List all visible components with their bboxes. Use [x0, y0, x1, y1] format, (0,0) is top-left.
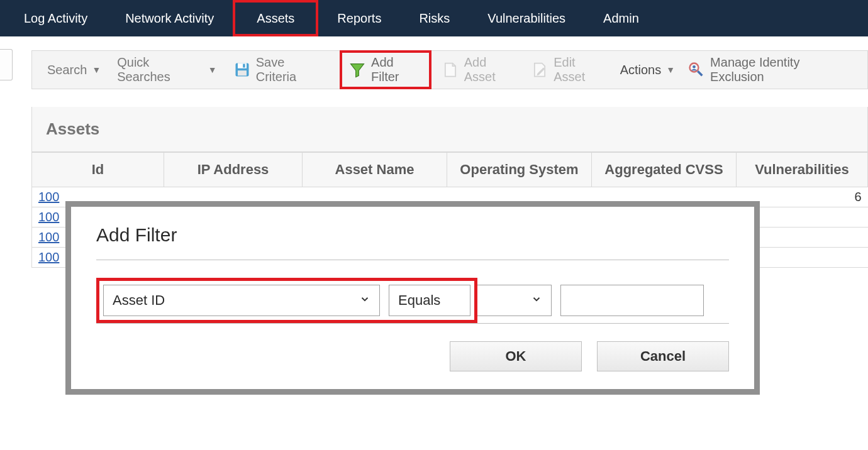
svg-line-6 — [698, 71, 702, 75]
asset-id-link[interactable]: 100 — [38, 250, 59, 264]
cancel-button[interactable]: Cancel — [597, 341, 729, 371]
filter-field-select[interactable]: Asset ID — [103, 285, 380, 316]
divider — [96, 260, 729, 260]
nav-assets[interactable]: Assets — [235, 0, 316, 36]
panel-title: Assets — [31, 107, 868, 152]
chevron-down-icon — [359, 294, 370, 308]
filter-operator-select-chevron[interactable] — [477, 285, 552, 316]
toolbar: Search ▼ Quick Searches ▼ Save Criteria … — [31, 50, 868, 89]
toolbar-quick-searches[interactable]: Quick Searches ▼ — [111, 51, 223, 89]
toolbar-quick-searches-label: Quick Searches — [117, 55, 203, 84]
col-header-asset-name[interactable]: Asset Name — [303, 153, 447, 187]
filter-operator-select-value: Equals — [398, 292, 440, 309]
col-header-ip[interactable]: IP Address — [164, 153, 303, 187]
toolbar-search-label: Search — [47, 63, 87, 77]
filter-value-input[interactable] — [560, 285, 704, 316]
left-side-tab-stub[interactable] — [0, 49, 13, 80]
dropdown-triangle-icon: ▼ — [208, 65, 217, 75]
dropdown-triangle-icon: ▼ — [92, 65, 101, 75]
svg-marker-4 — [351, 64, 364, 77]
svg-rect-1 — [238, 63, 247, 69]
dialog-button-row: OK Cancel — [96, 341, 729, 371]
filter-operator-select-left-part[interactable]: Equals — [389, 285, 470, 316]
toolbar-actions-label: Actions — [620, 63, 662, 77]
toolbar-manage-identity-exclusion[interactable]: Manage Identity Exclusion — [681, 51, 859, 89]
col-header-vulnerabilities[interactable]: Vulnerabilities — [737, 153, 868, 187]
nav-log-activity[interactable]: Log Activity — [5, 0, 106, 36]
col-header-cvss[interactable]: Aggregated CVSS — [592, 153, 737, 187]
highlight-box-nav-assets: Assets — [233, 0, 318, 36]
save-icon — [233, 61, 251, 79]
divider — [96, 323, 729, 324]
toolbar-save-criteria[interactable]: Save Criteria — [227, 51, 332, 89]
dropdown-triangle-icon: ▼ — [666, 65, 675, 75]
nav-reports[interactable]: Reports — [318, 0, 400, 36]
col-header-os[interactable]: Operating System — [447, 153, 592, 187]
document-edit-icon — [531, 61, 548, 79]
highlight-box-add-filter: Add Filter — [340, 50, 431, 89]
nav-network-activity[interactable]: Network Activity — [106, 0, 233, 36]
funnel-icon — [348, 61, 366, 79]
filter-row: Asset ID Equals — [96, 278, 729, 323]
add-filter-dialog: Add Filter Asset ID Equals OK Cancel — [65, 201, 760, 395]
toolbar-save-criteria-label: Save Criteria — [256, 55, 326, 84]
ok-button[interactable]: OK — [450, 341, 582, 371]
toolbar-add-filter[interactable]: Add Filter — [342, 51, 429, 89]
chevron-down-icon — [531, 294, 542, 308]
nav-admin[interactable]: Admin — [584, 0, 658, 36]
svg-rect-3 — [238, 70, 247, 75]
toolbar-actions[interactable]: Actions ▼ — [614, 51, 681, 89]
nav-risks[interactable]: Risks — [400, 0, 469, 36]
document-add-icon — [442, 61, 459, 79]
svg-rect-2 — [243, 64, 245, 68]
top-nav: Log Activity Network Activity Assets Rep… — [0, 0, 868, 36]
asset-id-link[interactable]: 100 — [38, 210, 59, 224]
toolbar-add-filter-label: Add Filter — [371, 55, 423, 84]
dialog-title: Add Filter — [96, 224, 729, 246]
magnifier-person-icon — [687, 61, 705, 79]
toolbar-manage-identity-exclusion-label: Manage Identity Exclusion — [710, 55, 852, 84]
filter-field-select-value: Asset ID — [113, 292, 165, 309]
toolbar-search[interactable]: Search ▼ — [41, 51, 107, 89]
svg-point-7 — [693, 65, 696, 69]
nav-vulnerabilities[interactable]: Vulnerabilities — [469, 0, 584, 36]
toolbar-add-asset[interactable]: Add Asset — [435, 51, 525, 89]
asset-id-link[interactable]: 100 — [38, 190, 59, 204]
asset-id-link[interactable]: 100 — [38, 230, 59, 244]
col-header-id[interactable]: Id — [32, 153, 164, 187]
toolbar-edit-asset-label: Edit Asset — [554, 55, 607, 84]
toolbar-add-asset-label: Add Asset — [464, 55, 519, 84]
toolbar-edit-asset[interactable]: Edit Asset — [525, 51, 613, 89]
highlight-box-filter-selects: Asset ID Equals — [96, 278, 477, 323]
